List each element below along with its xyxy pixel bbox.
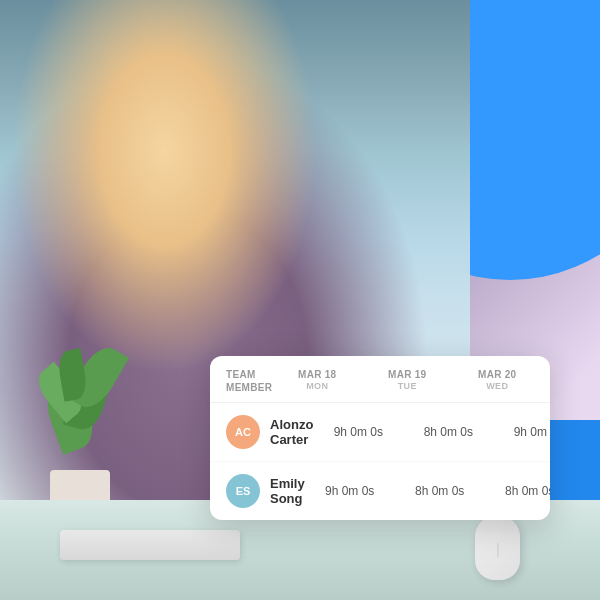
col-header-mar20: MAR 20 WED <box>452 368 542 394</box>
alonzo-mar18: 9h 0m 0s <box>313 425 403 439</box>
plant-decoration <box>20 340 140 520</box>
member-cell-emily: ES Emily Song <box>226 474 305 508</box>
keyboard <box>60 530 240 560</box>
team-hours-card: TEAM MEMBER MAR 18 MON MAR 19 TUE MAR 20… <box>210 356 550 520</box>
col-header-mar18: MAR 18 MON <box>272 368 362 394</box>
table-row: AC Alonzo Carter 9h 0m 0s 8h 0m 0s 9h 0m… <box>210 403 550 462</box>
emily-mar20: 8h 0m 0s <box>485 484 550 498</box>
avatar-alonzo: AC <box>226 415 260 449</box>
table-header: TEAM MEMBER MAR 18 MON MAR 19 TUE MAR 20… <box>210 356 550 403</box>
emily-mar19: 8h 0m 0s <box>395 484 485 498</box>
member-name-emily: Emily Song <box>270 476 305 506</box>
mouse <box>475 515 520 580</box>
col-header-mar19: MAR 19 TUE <box>362 368 452 394</box>
emily-mar18: 9h 0m 0s <box>305 484 395 498</box>
col-header-member: TEAM MEMBER <box>226 368 272 394</box>
alonzo-mar19: 8h 0m 0s <box>403 425 493 439</box>
member-name-alonzo: Alonzo Carter <box>270 417 313 447</box>
member-cell-alonzo: AC Alonzo Carter <box>226 415 313 449</box>
alonzo-mar20: 9h 0m 0s <box>493 425 550 439</box>
avatar-emily: ES <box>226 474 260 508</box>
table-row: ES Emily Song 9h 0m 0s 8h 0m 0s 8h 0m 0s <box>210 462 550 520</box>
